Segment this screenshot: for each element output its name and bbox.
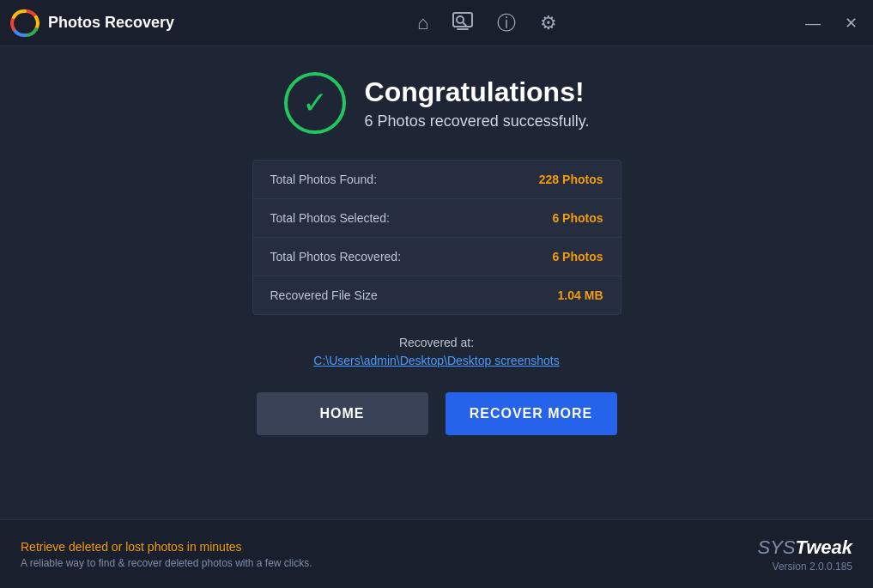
stats-label-filesize: Recovered File Size — [270, 288, 558, 302]
recovery-path-link[interactable]: C:\Users\admin\Desktop\Desktop screensho… — [313, 354, 559, 367]
stats-value-recovered: 6 Photos — [552, 250, 603, 264]
minimize-button[interactable]: — — [800, 12, 826, 34]
footer-left: Retrieve deleted or lost photos in minut… — [21, 540, 312, 569]
stats-label-found: Total Photos Found: — [270, 173, 539, 186]
button-row: HOME RECOVER MORE — [257, 392, 617, 435]
stats-value-filesize: 1.04 MB — [558, 288, 603, 302]
stats-label-selected: Total Photos Selected: — [270, 211, 553, 225]
info-nav-icon[interactable]: ⓘ — [497, 14, 516, 33]
brand-sys-text: SYS — [758, 536, 796, 558]
success-subtitle: 6 Photos recovered successfully. — [365, 112, 590, 130]
app-title: Photos Recovery — [48, 14, 174, 32]
footer-right: SYSTweak Version 2.0.0.185 — [758, 536, 852, 573]
home-nav-icon[interactable]: ⌂ — [417, 14, 428, 33]
congratulations-title: Congratulations! — [365, 76, 590, 108]
footer: Retrieve deleted or lost photos in minut… — [0, 519, 873, 588]
stats-value-found: 228 Photos — [539, 173, 603, 186]
stats-row-found: Total Photos Found: 228 Photos — [253, 161, 621, 199]
svg-line-4 — [463, 22, 466, 26]
stats-row-selected: Total Photos Selected: 6 Photos — [253, 199, 621, 238]
stats-table: Total Photos Found: 228 Photos Total Pho… — [252, 160, 621, 315]
nav-bar: ⌂ ⓘ ⚙ — [417, 12, 557, 34]
success-banner: ✓ Congratulations! 6 Photos recovered su… — [284, 72, 590, 134]
app-logo-icon — [10, 9, 39, 38]
recover-more-button[interactable]: RECOVER MORE — [446, 392, 617, 435]
home-button[interactable]: HOME — [257, 392, 428, 435]
stats-value-selected: 6 Photos — [552, 211, 603, 225]
stats-row-recovered: Total Photos Recovered: 6 Photos — [253, 238, 621, 276]
scan-nav-icon[interactable] — [452, 12, 473, 34]
checkmark-icon: ✓ — [302, 88, 328, 118]
svg-point-1 — [20, 18, 30, 28]
recovered-at-label: Recovered at: — [313, 336, 559, 349]
close-button[interactable]: ✕ — [840, 12, 863, 34]
brand-name: SYSTweak — [758, 536, 852, 559]
window-controls: — ✕ — [800, 12, 863, 34]
stats-label-recovered: Total Photos Recovered: — [270, 250, 553, 264]
footer-tagline: Retrieve deleted or lost photos in minut… — [21, 540, 312, 554]
check-circle-icon: ✓ — [284, 72, 346, 134]
main-content: ✓ Congratulations! 6 Photos recovered su… — [0, 46, 873, 519]
settings-nav-icon[interactable]: ⚙ — [540, 14, 557, 33]
version-text: Version 2.0.0.185 — [773, 561, 852, 573]
brand-tweak-text: Tweak — [796, 536, 852, 558]
title-bar: Photos Recovery ⌂ ⓘ ⚙ — ✕ — [0, 0, 873, 46]
stats-row-filesize: Recovered File Size 1.04 MB — [253, 276, 621, 314]
title-bar-left: Photos Recovery — [10, 9, 174, 38]
footer-subtitle: A reliable way to find & recover deleted… — [21, 557, 312, 569]
success-text: Congratulations! 6 Photos recovered succ… — [365, 76, 590, 130]
recovery-path: Recovered at: C:\Users\admin\Desktop\Des… — [313, 336, 559, 368]
